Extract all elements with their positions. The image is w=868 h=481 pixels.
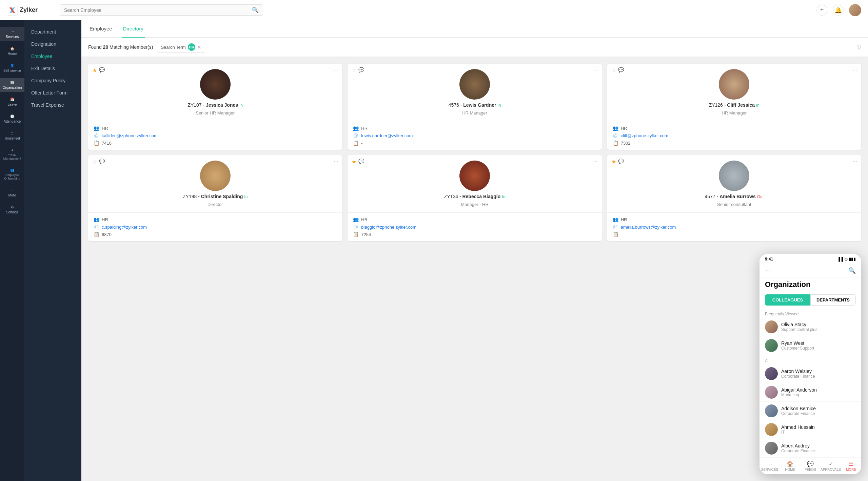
star-button[interactable]: ☆ (611, 67, 616, 74)
employee-name: ZY126 - Cliff Jessica In (709, 102, 760, 108)
star-button[interactable]: ☆ (352, 67, 356, 74)
filter-icon-button[interactable]: ▽ (857, 44, 861, 50)
card-more-button[interactable]: ··· (334, 67, 338, 73)
employee-card: ★ 💬 ··· 4577 - Amelia Burrows Out Senior… (607, 155, 861, 241)
phone-bottom-feeds[interactable]: 💬FEEDS (800, 461, 821, 472)
card-bottom: 👥 HR @ amelia.burrows@zylker.com 📋 - (607, 213, 861, 241)
top-bar: Zylker 🔍 + 🔔 (0, 0, 868, 20)
phone-icon: 📋 (613, 232, 618, 237)
card-phone-row: 📋 - (353, 140, 596, 146)
card-phone-row: 📋 - (613, 232, 856, 237)
employee-email[interactable]: biaggio@zphone.zylker.com (361, 225, 416, 230)
card-email-row: @ cliff@zphone.zylker.com (613, 133, 856, 138)
employee-email[interactable]: lewis.gardner@zylker.com (361, 133, 413, 138)
phone-alpha-info: Aaron Welsley Corporate Finance (781, 369, 856, 379)
sidebar-item-company-policy[interactable]: Company Policy (24, 75, 81, 87)
star-button[interactable]: ☆ (92, 159, 97, 165)
card-more-button[interactable]: ··· (853, 67, 857, 73)
phone-search-button[interactable]: 🔍 (848, 267, 856, 274)
sidebar-item-designation[interactable]: Designation (24, 38, 81, 50)
card-more-button[interactable]: ··· (334, 159, 338, 165)
phone-bottom-label-home: HOME (785, 468, 795, 472)
phone-alpha-person-row[interactable]: Aaron Welsley Corporate Finance (760, 364, 861, 383)
sidebar-item-offer-letter[interactable]: Offer Letter Form (24, 87, 81, 99)
phone-colleague-row[interactable]: Olivia Stacy Support central plus (760, 318, 861, 336)
phone-tab-departments[interactable]: DEPARTMENTS (810, 294, 856, 306)
phone-overlay: 9:41 ▐▐ ⊙ ▮▮▮ ← 🔍 Organization COLLEAGUE… (760, 254, 861, 474)
phone-bottom-services[interactable]: ⋯SERVICES (760, 461, 780, 472)
card-more-button[interactable]: ··· (853, 159, 857, 165)
sidebar-icon-services[interactable]: ⋯ Services (0, 27, 24, 41)
sidebar-item-department[interactable]: Department (24, 26, 81, 38)
phone-bottom-home[interactable]: 🏠HOME (780, 461, 800, 472)
sidebar-item-employee[interactable]: Employee (24, 50, 81, 62)
phone-bottom-label-services: SERVICES (761, 468, 778, 472)
filter-bar: Found 20 Matching Member(s) Search Term … (81, 38, 868, 57)
close-badge-button[interactable]: ✕ (197, 44, 201, 50)
sidebar-icon-settings[interactable]: ⚙ Settings (0, 203, 24, 217)
phone-bottom-icon-approvals: ✓ (829, 461, 833, 467)
phone-alpha-info: Ahmed Hussain IT (781, 424, 856, 435)
phone-alpha-person-row[interactable]: Ahmed Hussain IT (760, 420, 861, 439)
phone-colleague-row[interactable]: Ryan West Customer Support (760, 336, 861, 355)
card-email-row: @ c.spalding@zylker.com (94, 224, 337, 230)
phone-alpha-info: Albert Audrey Corporate Finance (781, 443, 856, 453)
chat-button[interactable]: 💬 (99, 67, 105, 74)
star-button[interactable]: ★ (92, 67, 97, 74)
phone-alpha-person-row[interactable]: Addison Bernice Corporate Finance (760, 402, 861, 420)
tab-directory[interactable]: Directory (122, 20, 145, 38)
card-dept-row: 👥 HR (353, 217, 596, 222)
employee-email[interactable]: cliff@zphone.zylker.com (621, 133, 668, 138)
phone-alpha-avatar (765, 386, 778, 399)
phone-back-button[interactable]: ← (765, 267, 771, 274)
employee-email[interactable]: c.spalding@zylker.com (102, 225, 147, 230)
employee-phone: 7302 (621, 141, 631, 146)
employee-role: HR Manager (462, 110, 487, 116)
star-button[interactable]: ★ (352, 159, 356, 165)
chat-button[interactable]: 💬 (618, 159, 624, 165)
card-top: ☆ 💬 ··· ZY126 - Cliff Jessica In HR Mana… (607, 64, 861, 121)
employee-avatar (200, 161, 231, 191)
phone-bottom-approvals[interactable]: ✓APPROVALS (821, 461, 841, 472)
phone-bottom-label-approvals: APPROVALS (821, 468, 841, 472)
user-avatar[interactable] (849, 4, 861, 16)
search-input[interactable] (64, 7, 252, 13)
tab-employee[interactable]: Employee (88, 20, 114, 38)
chat-button[interactable]: 💬 (99, 159, 105, 165)
dept-icon: 👥 (353, 125, 358, 131)
employee-avatar (719, 161, 749, 191)
phone-bottom-more[interactable]: ☰MORE (841, 461, 861, 472)
chat-button[interactable]: 💬 (358, 159, 364, 165)
search-icon[interactable]: 🔍 (252, 7, 259, 13)
sidebar-icon-travel[interactable]: ✈ Travel Management (0, 146, 24, 163)
chat-button[interactable]: 💬 (618, 67, 624, 74)
phone-alpha-person-row[interactable]: Albert Audrey Corporate Finance (760, 439, 861, 458)
sidebar-icon-leave[interactable]: 📅 Leave (0, 95, 24, 109)
sidebar-icon-self-service[interactable]: 👤 Self-service (0, 61, 24, 75)
employee-phone: 6870 (102, 232, 112, 237)
add-button[interactable]: + (816, 5, 827, 16)
card-phone-row: 📋 6870 (94, 232, 337, 237)
phone-tab-colleagues[interactable]: COLLEAGUES (765, 294, 810, 306)
sidebar-icon-more[interactable]: ··· More (0, 186, 24, 200)
card-dept-row: 👥 HR (94, 125, 337, 131)
star-button[interactable]: ★ (611, 159, 616, 165)
card-more-button[interactable]: ··· (593, 67, 597, 73)
phone-colleague-dept: Support central plus (781, 327, 856, 332)
chat-button[interactable]: 💬 (358, 67, 364, 74)
employee-email[interactable]: kalliden@zphone.zylker.com (102, 133, 158, 138)
phone-alpha-person-row[interactable]: Abigail Anderson Marketing (760, 383, 861, 402)
sidebar-icon-organization[interactable]: 🏢 Organization (0, 78, 24, 92)
sidebar-item-travel-expense[interactable]: Travel Expense (24, 99, 81, 111)
sidebar-icon-attendance[interactable]: 🕐 Attendance (0, 112, 24, 126)
search-bar[interactable]: 🔍 (60, 4, 263, 16)
employee-email[interactable]: amelia.burrows@zylker.com (621, 225, 676, 230)
card-more-button[interactable]: ··· (593, 159, 597, 165)
sidebar-icon-onboarding[interactable]: 👥 Employee Onboarding (0, 166, 24, 183)
phone-tabs: COLLEAGUES DEPARTMENTS (760, 292, 861, 308)
sidebar-item-exit-details[interactable]: Exit Details (24, 62, 81, 75)
sidebar-icon-home[interactable]: 🏠 Home (0, 44, 24, 58)
sidebar-icon-menu[interactable]: ☰ (0, 219, 24, 229)
notification-button[interactable]: 🔔 (833, 5, 844, 16)
sidebar-icon-timesheet[interactable]: ⏱ Timesheet (0, 129, 24, 143)
